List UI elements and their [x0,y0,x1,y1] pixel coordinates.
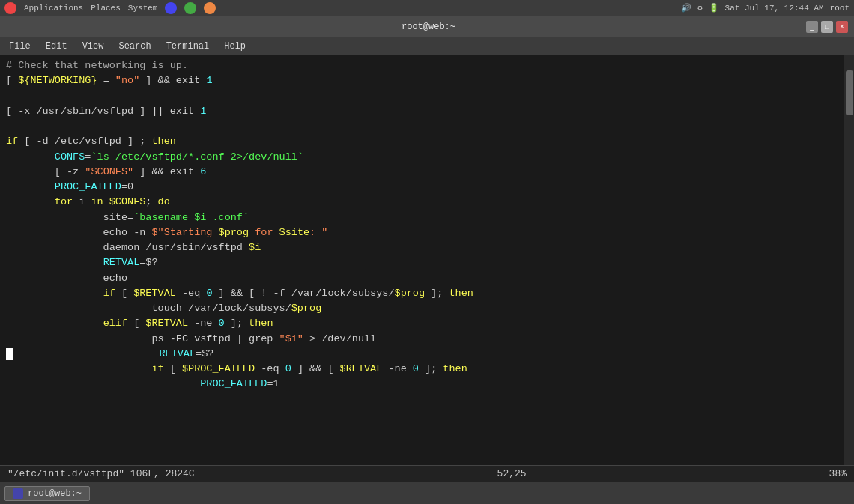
code-line-8: [ -z "$CONFS" ] && exit 6 [0,165,844,180]
username: root [830,4,850,13]
terminal-icon [13,488,23,499]
menu-help[interactable]: Help [218,40,252,53]
code-area[interactable]: # Check that networking is up. [ ${NETWO… [0,55,844,465]
taskbar-terminal[interactable]: root@web:~ [4,486,90,501]
code-line-12: echo -n $"Starting $prog for $site: " [0,225,844,240]
system-bar-right: 🔊 ⚙ 🔋 Sat Jul 17, 12:44 AM root [681,3,850,13]
menu-edit[interactable]: Edit [40,40,73,53]
code-line-22: PROC_FAILED=1 [0,377,844,392]
taskbar-label: root@web:~ [28,488,82,499]
code-line-11: site=`basename $i .conf` [0,210,844,225]
minimize-button[interactable]: _ [806,21,818,33]
app2-icon[interactable] [184,2,196,14]
code-line-18: elif [ $RETVAL -ne 0 ]; then [0,316,844,331]
distro-icon [4,2,16,14]
system-menu[interactable]: System [128,4,158,13]
code-line-14: RETVAL=$? [0,255,844,270]
code-line-3 [0,89,844,104]
applications-menu[interactable]: Applications [24,4,83,13]
system-bar: Applications Places System 🔊 ⚙ 🔋 Sat Jul… [0,0,854,16]
menu-search[interactable]: Search [112,40,157,53]
cursor [6,348,13,360]
code-line-10: for i in $CONFS; do [0,195,844,210]
places-menu[interactable]: Places [91,4,121,13]
title-bar: root@web:~ _ □ × [0,16,854,37]
status-bar: "/etc/init.d/vsftpd" 106L, 2824C 52,25 3… [0,465,854,482]
code-line-21: if [ $PROC_FAILED -eq 0 ] && [ $RETVAL -… [0,362,844,377]
taskbar: root@web:~ [0,482,854,504]
cursor-position: 52,25 [497,468,527,479]
code-line-1: # Check that networking is up. [0,58,844,73]
menu-file[interactable]: File [3,40,37,53]
code-line-4: [ -x /usr/sbin/vsftpd ] || exit 1 [0,104,844,119]
code-line-5 [0,119,844,134]
power-icon: 🔋 [709,3,719,13]
code-line-9: PROC_FAILED=0 [0,180,844,195]
code-text: # Check that networking is up. [6,58,188,73]
window-title: root@web:~ [51,22,806,32]
sound-icon: 🔊 [681,3,691,13]
scrollbar[interactable] [844,55,854,465]
editor-container: # Check that networking is up. [ ${NETWO… [0,55,854,465]
datetime: Sat Jul 17, 12:44 AM [725,4,824,13]
menu-bar: File Edit View Search Terminal Help [0,37,854,55]
code-line-16: if [ $RETVAL -eq 0 ] && [ ! -f /var/lock… [0,286,844,301]
maximize-button[interactable]: □ [821,21,833,33]
scroll-percent: 38% [829,468,847,479]
file-info: "/etc/init.d/vsftpd" 106L, 2824C [7,468,195,479]
firefox-icon[interactable] [165,2,177,14]
window-controls: _ □ × [806,21,848,33]
close-button[interactable]: × [836,21,848,33]
app3-icon[interactable] [204,2,216,14]
menu-view[interactable]: View [76,40,110,53]
code-line-2: [ ${NETWORKING} = "no" ] && exit 1 [0,73,844,88]
menu-terminal[interactable]: Terminal [160,40,216,53]
code-line-6: if [ -d /etc/vsftpd ] ; then [0,134,844,149]
code-line-20: RETVAL=$? [0,347,844,362]
code-line-19: ps -FC vsftpd | grep "$i" > /dev/null [0,332,844,347]
system-bar-left: Applications Places System [4,2,216,14]
code-line-13: daemon /usr/sbin/vsftpd $i [0,240,844,255]
scrollbar-thumb[interactable] [846,70,853,115]
code-line-7: CONFS=`ls /etc/vsftpd/*.conf 2>/dev/null… [0,150,844,165]
code-line-15: echo [0,271,844,286]
code-line-17: touch /var/lock/subsys/$prog [0,301,844,316]
bluetooth-icon: ⚙ [697,3,703,13]
